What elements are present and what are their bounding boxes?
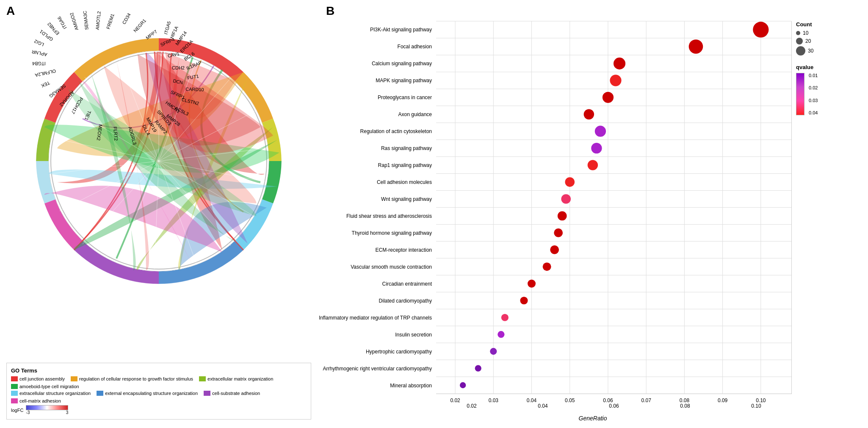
svg-text:HIF1A: HIF1A [169,25,179,39]
legend-label-4: extracellular structure organization [19,391,91,396]
x-axis-labels: 0.020.040.060.080.10 [436,403,792,409]
count-legend-title: Count [796,21,864,28]
y-label-17: Inflammatory mediator regulation of TRP … [326,309,435,326]
dot-21 [460,382,466,388]
legend-item-0: cell junction assembly [11,376,65,381]
y-label-20: Arrhythmogenic right ventricular cardiom… [326,360,435,377]
count-circle-20 [796,38,803,44]
count-circle-10 [796,31,800,35]
x-tick-0.08: 0.08 [680,403,690,409]
y-label-21: Mineral absorption [326,377,435,394]
svg-text:0.04: 0.04 [527,397,537,403]
svg-text:CARD10: CARD10 [185,86,204,92]
dot-plot-area: 0.020.030.040.050.060.070.080.090.10 [436,21,792,394]
legend-item-4: extracellular structure organization [11,391,91,396]
x-tick-0.06: 0.06 [609,403,619,409]
dot-5 [584,109,594,120]
qvalue-legend: qvalue 0.01 0.02 0.03 0.04 [796,64,864,115]
count-value-10: 10 [803,30,808,36]
y-label-18: Insulin secretion [326,326,435,343]
dot-19 [490,348,497,355]
qvalue-tick-2: 0.02 [809,85,818,90]
count-item-10: 10 [796,30,864,36]
svg-text:CDH2: CDH2 [172,65,185,70]
legend-label-7: cell-matrix adhesion [19,398,61,403]
svg-text:ITGA5: ITGA5 [163,21,171,35]
y-label-14: Vascular smooth muscle contraction [326,258,435,275]
legend-color-3 [11,384,18,389]
dot-4 [603,92,614,103]
logfc-min: -3 [26,410,30,415]
svg-text:0.06: 0.06 [603,397,613,403]
y-label-4: Proteoglycans in cancer [326,89,435,106]
dot-9 [565,177,575,187]
svg-text:AMIGO2: AMIGO2 [69,12,79,31]
legend-label-6: cell-substrate adhesion [212,391,260,396]
legend-area: GO Terms cell junction assembly regulati… [6,363,311,420]
y-label-10: Wnt signaling pathway [326,191,435,208]
dot-13 [550,245,559,254]
qvalue-ticks: 0.01 0.02 0.03 0.04 [809,73,818,115]
qvalue-gradient-bar [796,73,804,115]
legend-color-7 [11,398,18,403]
dot-14 [543,262,551,271]
legend-label-1: regulation of cellular response to growt… [79,376,193,381]
legend-item-6: cell-substrate adhesion [204,391,260,396]
y-label-19: Hypertrophic cardiomyopathy [326,343,435,360]
svg-text:0.08: 0.08 [680,397,690,403]
y-label-2: Calcium signaling pathway [326,55,435,72]
y-label-7: Ras signaling pathway [326,140,435,157]
svg-text:OLFML2A: OLFML2A [34,69,56,78]
panel-b: B PI3K-Akt signaling pathwayFocal adhesi… [318,0,868,428]
svg-text:FLRT2: FLRT2 [113,126,119,141]
count-circle-30 [796,46,805,56]
dot-10 [561,194,571,204]
svg-text:0.05: 0.05 [565,397,575,403]
legend-item-7: cell-matrix adhesion [11,398,61,403]
logfc-max: 3 [66,410,69,415]
svg-text:0.07: 0.07 [641,397,652,403]
logfc-ticks: -3 3 [26,410,68,415]
y-axis-labels: PI3K-Akt signaling pathwayFocal adhesion… [326,21,435,394]
chord-diagram: ITGA5 HIF1A MMP14 ERO1A BCL6 IL1RAP FUT1… [8,8,309,309]
y-label-13: ECM-receptor interaction [326,242,435,258]
y-label-0: PI3K-Akt signaling pathway [326,21,435,38]
dot-16 [520,297,528,304]
svg-text:EFNB2: EFNB2 [47,22,61,36]
svg-text:CD34: CD34 [121,12,131,25]
y-label-11: Fluid shear stress and atherosclerosis [326,208,435,225]
svg-text:ITGB4: ITGB4 [32,61,46,66]
legend-label-0: cell junction assembly [19,376,65,381]
y-label-8: Rap1 signaling pathway [326,157,435,174]
logfc-label: logFC [11,408,23,413]
legend-color-0 [11,376,18,381]
svg-text:LGI2: LGI2 [33,39,45,47]
dot-20 [475,365,481,371]
legend-item-1: regulation of cellular response to growt… [71,376,193,381]
dot-8 [588,160,598,170]
count-value-30: 30 [808,48,813,54]
panel-b-label: B [326,4,334,18]
dot-2 [614,58,625,69]
side-legend: Count 10 20 30 qvalue 0.01 0.02 0.03 [796,21,864,115]
svg-text:0.10: 0.10 [756,397,766,403]
legend-item-3: amoeboid-type cell migration [11,384,79,389]
y-label-16: Dilated cardiomyopathy [326,292,435,309]
qvalue-tick-4: 0.04 [809,110,818,115]
qvalue-tick-3: 0.03 [809,98,818,103]
y-label-9: Cell adhesion molecules [326,174,435,191]
x-tick-0.04: 0.04 [538,403,547,409]
legend-color-1 [71,376,77,381]
panel-a: A [0,0,318,428]
legend-row-1: cell junction assembly regulation of cel… [11,376,307,389]
svg-text:NEGR1: NEGR1 [133,18,147,33]
legend-color-4 [11,391,18,396]
legend-title: GO Terms [11,367,307,374]
legend-item-5: external encapsulating structure organiz… [97,391,198,396]
y-label-3: MAPK signaling pathway [326,72,435,89]
count-legend: Count 10 20 30 [796,21,864,56]
dot-0 [753,22,768,37]
count-item-20: 20 [796,38,864,44]
x-tick-0.02: 0.02 [467,403,476,409]
qvalue-legend-title: qvalue [796,64,864,70]
